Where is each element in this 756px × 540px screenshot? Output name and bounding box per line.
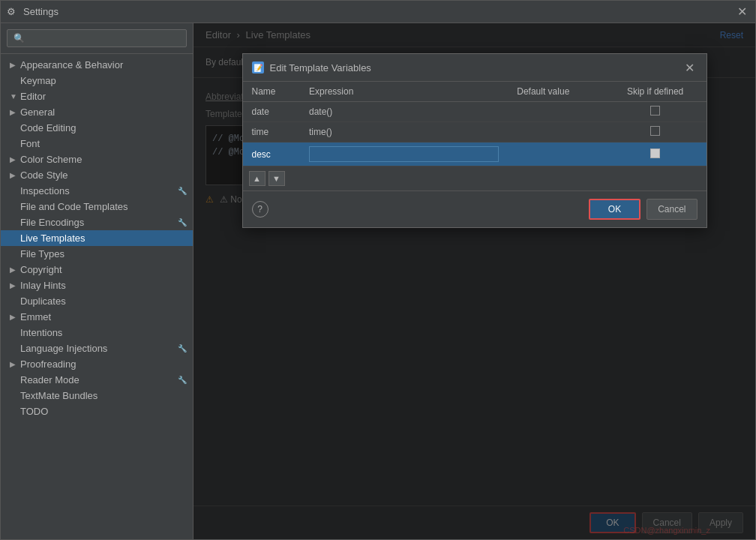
sidebar-label: Intentions [20, 327, 62, 338]
sidebar-label: File Types [20, 248, 64, 260]
modal-title-bar: 📝 Edit Template Variables ✕ [243, 54, 706, 82]
sidebar-item-live-templates[interactable]: Live Templates [1, 230, 193, 246]
sidebar-label: Language Injections [20, 343, 107, 354]
expand-arrow: ▶ [10, 281, 20, 290]
expand-arrow: ▶ [10, 266, 20, 274]
close-button[interactable]: ✕ [734, 4, 749, 20]
sidebar-item-inlay-hints[interactable]: ▶ Inlay Hints [1, 278, 193, 293]
sidebar-item-appearance[interactable]: ▶ Appearance & Behavior [1, 57, 193, 73]
badge: 🔧 [178, 187, 187, 195]
row-expression: time() [300, 122, 508, 142]
col-skip: Skip if defined [604, 82, 706, 102]
sidebar-label: File Encodings [20, 217, 84, 228]
table-row-selected[interactable]: desc [243, 142, 706, 166]
expand-arrow: ▼ [10, 92, 20, 100]
row-expression: date() [300, 102, 508, 122]
main-content: ▶ Appearance & Behavior Keymap ▼ Editor … [1, 23, 755, 539]
modal-title: Edit Template Variables [270, 62, 682, 74]
sidebar-label: File and Code Templates [20, 201, 128, 212]
table-row[interactable]: date date() [243, 102, 706, 122]
expand-arrow: ▶ [10, 360, 20, 368]
row-default [508, 142, 604, 166]
search-input[interactable] [7, 29, 187, 47]
modal-overlay: 📝 Edit Template Variables ✕ Name Express… [194, 23, 755, 539]
row-default [508, 122, 604, 142]
sidebar-label: Emmet [20, 311, 51, 322]
sidebar-item-todo[interactable]: TODO [1, 404, 193, 419]
sidebar-label: Live Templates [20, 232, 85, 244]
sidebar-label: Reader Mode [20, 374, 80, 386]
skip-checkbox-checked[interactable] [650, 148, 660, 158]
sidebar-item-general[interactable]: ▶ General [1, 104, 193, 120]
modal-arrow-row: ▲ ▼ [243, 166, 706, 190]
sidebar-label: Duplicates [20, 296, 66, 307]
sidebar-label: TextMate Bundles [20, 390, 98, 401]
expand-arrow: ▶ [10, 108, 20, 116]
sidebar-label: Inlay Hints [20, 280, 66, 291]
sidebar-item-duplicates[interactable]: Duplicates [1, 293, 193, 309]
row-name: date [243, 102, 301, 122]
skip-checkbox[interactable] [650, 106, 660, 116]
modal-footer: ? OK Cancel [243, 190, 706, 227]
badge: 🔧 [178, 218, 187, 226]
sidebar-label: Font [20, 138, 40, 149]
sidebar-item-proofreading[interactable]: ▶ Proofreading [1, 356, 193, 372]
expand-arrow: ▶ [10, 171, 20, 179]
sidebar-item-intentions[interactable]: Intentions [1, 325, 193, 340]
sidebar-item-code-editing[interactable]: Code Editing [1, 120, 193, 136]
app-icon: ⚙ [7, 6, 19, 18]
sidebar-item-file-types[interactable]: File Types [1, 246, 193, 262]
sidebar-item-copyright[interactable]: ▶ Copyright [1, 262, 193, 278]
sidebar-item-editor[interactable]: ▼ Editor [1, 88, 193, 104]
col-default: Default value [508, 82, 604, 102]
sidebar-item-file-code-templates[interactable]: File and Code Templates [1, 199, 193, 214]
sidebar-item-inspections[interactable]: Inspections 🔧 [1, 183, 193, 199]
sidebar-label: Keymap [20, 75, 56, 86]
badge: 🔧 [178, 344, 187, 352]
row-expression[interactable] [300, 142, 508, 166]
sidebar-item-font[interactable]: Font [1, 136, 193, 152]
sidebar-label: Appearance & Behavior [20, 59, 123, 70]
help-button[interactable]: ? [252, 201, 268, 218]
sidebar-item-code-style[interactable]: ▶ Code Style [1, 167, 193, 183]
sidebar-label: Code Editing [20, 122, 76, 134]
sidebar-item-color-scheme[interactable]: ▶ Color Scheme [1, 152, 193, 167]
row-skip[interactable] [604, 142, 706, 166]
sidebar-tree: ▶ Appearance & Behavior Keymap ▼ Editor … [1, 54, 193, 539]
move-down-button[interactable]: ▼ [268, 171, 285, 186]
modal-footer-buttons: OK Cancel [589, 199, 698, 220]
search-box [1, 23, 193, 54]
sidebar-item-textmate-bundles[interactable]: TextMate Bundles [1, 388, 193, 404]
row-default [508, 102, 604, 122]
sidebar-item-reader-mode[interactable]: Reader Mode 🔧 [1, 372, 193, 388]
row-skip[interactable] [604, 122, 706, 142]
row-name: time [243, 122, 301, 142]
move-up-button[interactable]: ▲ [249, 171, 266, 186]
sidebar-label: Proofreading [20, 358, 76, 370]
modal-cancel-button[interactable]: Cancel [646, 199, 697, 220]
modal-close-button[interactable]: ✕ [682, 60, 698, 75]
badge: 🔧 [178, 376, 187, 384]
right-panel: Editor › Live Templates Reset By default… [194, 23, 755, 539]
modal-ok-button[interactable]: OK [589, 199, 640, 220]
expand-arrow: ▶ [10, 155, 20, 164]
modal-icon: 📝 [252, 62, 264, 74]
sidebar-label: Editor [20, 91, 46, 102]
col-expression: Expression [300, 82, 508, 102]
window-title: Settings [23, 6, 58, 17]
sidebar-item-language-injections[interactable]: Language Injections 🔧 [1, 340, 193, 356]
sidebar: ▶ Appearance & Behavior Keymap ▼ Editor … [1, 23, 194, 539]
skip-checkbox[interactable] [650, 126, 660, 136]
table-row[interactable]: time time() [243, 122, 706, 142]
sidebar-item-emmet[interactable]: ▶ Emmet [1, 309, 193, 325]
sidebar-item-keymap[interactable]: Keymap [1, 73, 193, 88]
settings-window: ⚙ Settings ✕ ▶ Appearance & Behavior Key… [0, 0, 756, 540]
sidebar-label: Color Scheme [20, 154, 82, 165]
sidebar-item-file-encodings[interactable]: File Encodings 🔧 [1, 214, 193, 230]
col-name: Name [243, 82, 301, 102]
edit-template-variables-dialog: 📝 Edit Template Variables ✕ Name Express… [242, 53, 707, 228]
row-skip[interactable] [604, 102, 706, 122]
row-name: desc [243, 142, 301, 166]
sidebar-label: Inspections [20, 185, 70, 196]
expand-arrow: ▶ [10, 61, 20, 69]
